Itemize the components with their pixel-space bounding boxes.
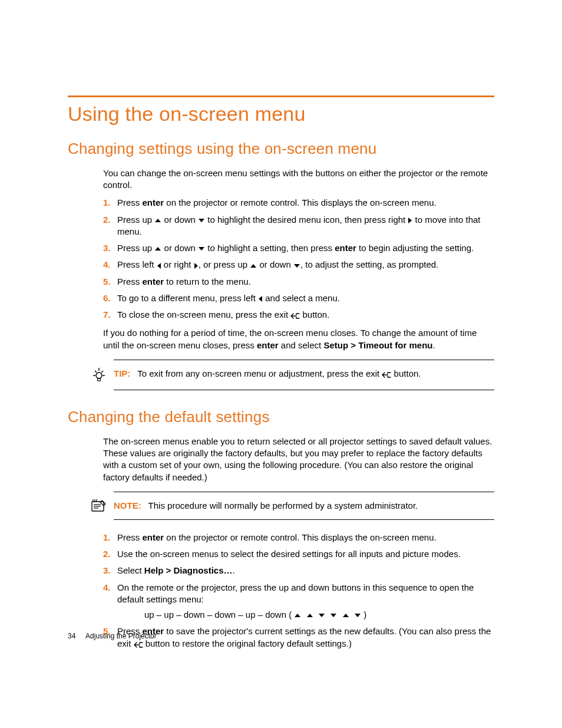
step-4: Press left or right , or press up or dow… [103, 259, 494, 271]
text: , or press up [199, 259, 250, 269]
arrow-left-icon [259, 296, 262, 302]
text: up – up – down – down – up – down ( [144, 610, 294, 620]
text: button to restore the original factory d… [143, 638, 352, 648]
note-icon [80, 498, 114, 513]
text: Press left [117, 259, 157, 269]
step-2: Use the on-screen menus to select the de… [103, 548, 494, 560]
tip-label: TIP: [114, 368, 130, 378]
text: This procedure will normally be performe… [148, 500, 418, 510]
arrow-down-icon [199, 247, 204, 251]
text: Press [117, 532, 143, 542]
exit-icon [382, 368, 391, 380]
section2-body: Press enter on the projector or remote c… [103, 532, 494, 650]
page-footer: 34 Adjusting the Projector [68, 631, 157, 641]
svg-rect-1 [98, 378, 101, 381]
section2-intro-block: The on-screen menus enable you to return… [103, 436, 494, 483]
bold: Help > Diagnostics… [144, 565, 233, 575]
text: to begin adjusting the setting. [356, 243, 474, 253]
section1-intro: You can change the on-screen menu settin… [103, 167, 494, 192]
text: , to adjust the setting, as prompted. [300, 259, 438, 269]
arrow-left-icon [157, 263, 161, 269]
step-1: Press enter on the projector or remote c… [103, 197, 494, 209]
bold: enter [143, 532, 164, 542]
step-3: Select Help > Diagnostics…. [103, 565, 494, 577]
svg-line-6 [101, 371, 103, 373]
step-2: Press up or down to highlight the desire… [103, 214, 494, 238]
text: and select a menu. [263, 293, 340, 303]
text: Press [117, 276, 143, 286]
text: To go to a different menu, press left [117, 293, 258, 303]
text: or right [161, 259, 194, 269]
exit-icon [290, 309, 300, 321]
arrow-down-icon [294, 264, 300, 268]
step-3: Press up or down to highlight a setting,… [103, 242, 494, 254]
section2-intro: The on-screen menus enable you to return… [103, 436, 494, 483]
bold: enter [257, 340, 279, 350]
arrow-down-icon [319, 614, 325, 617]
page-number: 34 [68, 632, 75, 640]
arrow-up-icon [307, 614, 313, 617]
text: To exit from any on-screen menu or adjus… [137, 368, 382, 378]
text: . [433, 340, 435, 350]
section1-after: If you do nothing for a period of time, … [103, 327, 494, 351]
text: or down [161, 215, 198, 225]
text: On the remote or the projector, press th… [117, 582, 474, 604]
note-label: NOTE: [114, 500, 141, 510]
callout-rule-top [114, 360, 494, 360]
text: To close the on-screen menu, press the e… [117, 309, 290, 319]
page-title: Using the on-screen menu [68, 101, 494, 128]
arrow-up-icon [155, 247, 161, 251]
bold: Setup > Timeout for menu [323, 340, 432, 350]
step-4: On the remote or the projector, press th… [103, 582, 494, 621]
text: to return to the menu. [164, 276, 251, 286]
text: and select [279, 340, 324, 350]
section1-steps: Press enter on the projector or remote c… [103, 197, 494, 321]
section-heading-1: Changing settings using the on-screen me… [68, 139, 494, 159]
callout-rule-bottom [114, 519, 494, 520]
note-callout: NOTE: This procedure will normally be pe… [80, 492, 494, 520]
step-5: Press enter to save the projector's curr… [103, 625, 494, 650]
bold: enter [335, 243, 356, 253]
text: or down [257, 259, 293, 269]
text: Select [117, 565, 144, 575]
arrow-up-icon [155, 219, 161, 222]
arrow-down-icon [199, 219, 204, 222]
text: to highlight a setting, then press [205, 243, 335, 253]
tip-icon [80, 366, 114, 384]
text: Press up [117, 243, 154, 253]
callout-rule-top [114, 492, 494, 492]
arrow-up-icon [343, 614, 349, 617]
tip-callout: TIP: To exit from any on-screen menu or … [80, 360, 494, 390]
text: Press up [117, 215, 154, 225]
text: button. [391, 368, 421, 378]
bold: enter [143, 276, 164, 286]
callout-rule-bottom [114, 390, 494, 390]
text: . [232, 565, 234, 575]
text: ) [363, 610, 366, 620]
step-7: To close the on-screen menu, press the e… [103, 309, 494, 321]
arrow-up-icon [295, 614, 300, 617]
arrow-down-icon [330, 614, 336, 617]
section1-body: You can change the on-screen menu settin… [103, 167, 494, 351]
step-5: Press enter to return to the menu. [103, 276, 494, 288]
text: or down [161, 243, 198, 253]
svg-point-0 [96, 373, 102, 378]
section-heading-2: Changing the default settings [68, 407, 494, 427]
document-page: Using the on-screen menu Changing settin… [0, 0, 562, 728]
text: to highlight the desired menu icon, then… [205, 215, 408, 225]
button-sequence: up – up – down – down – up – down ( ) [144, 609, 494, 621]
chapter-title: Adjusting the Projector [85, 632, 157, 640]
step-6: To go to a different menu, press left an… [103, 292, 494, 304]
arrow-right-icon [408, 218, 412, 223]
tip-body: TIP: To exit from any on-screen menu or … [114, 366, 494, 380]
text: button. [300, 309, 329, 319]
section2-steps: Press enter on the projector or remote c… [103, 532, 494, 650]
top-rule [68, 95, 494, 97]
text: on the projector or remote control. This… [164, 197, 436, 207]
step-1: Press enter on the projector or remote c… [103, 532, 494, 543]
text: on the projector or remote control. This… [164, 532, 436, 542]
arrow-right-icon [194, 263, 198, 269]
bold: enter [143, 197, 164, 207]
svg-line-5 [95, 371, 97, 373]
arrow-down-icon [355, 614, 361, 617]
